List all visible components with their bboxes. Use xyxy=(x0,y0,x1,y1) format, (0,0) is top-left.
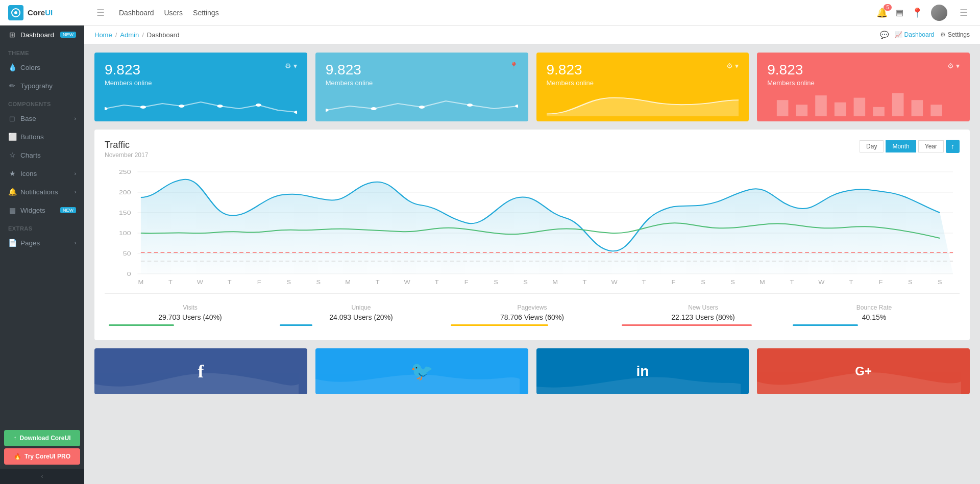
stat-cards-grid: 9.823 Members online ⚙ ▾ xyxy=(94,53,970,121)
svg-text:T: T xyxy=(168,279,173,285)
traffic-year-button[interactable]: Year xyxy=(918,140,944,152)
sidebar-item-base[interactable]: ◻ Base › xyxy=(0,109,84,128)
stat-gear-blue[interactable]: ⚙ ▾ xyxy=(285,62,297,70)
nav-dashboard[interactable]: Dashboard xyxy=(119,9,154,17)
list-icon: ▤ xyxy=(896,8,903,17)
svg-text:T: T xyxy=(228,279,232,285)
social-card-twitter[interactable]: 🐦 xyxy=(315,348,528,394)
sidebar-collapse-button[interactable]: ‹ xyxy=(0,469,84,484)
svg-text:M: M xyxy=(138,279,144,285)
svg-rect-18 xyxy=(873,107,885,116)
social-card-facebook[interactable]: f xyxy=(94,348,307,394)
svg-text:250: 250 xyxy=(119,169,131,175)
sidebar-item-buttons[interactable]: ⬜ Buttons xyxy=(0,128,84,146)
buttons-icon: ⬜ xyxy=(8,133,16,141)
user-avatar[interactable] xyxy=(931,5,947,21)
sidebar-item-notifications[interactable]: 🔔 Notifications › xyxy=(0,183,84,201)
bc-dashboard-link[interactable]: 📈 Dashboard xyxy=(895,31,934,38)
speech-icon[interactable]: 💬 xyxy=(880,31,889,39)
sidebar-toggle[interactable]: ☰ xyxy=(92,7,109,18)
top-navigation: CoreUI ☰ Dashboard Users Settings 🔔 5 ▤ … xyxy=(0,0,980,26)
svg-text:F: F xyxy=(672,279,676,285)
stat-gear-red[interactable]: ⚙ ▾ xyxy=(947,62,960,70)
svg-rect-14 xyxy=(796,105,808,116)
notifications-chevron-icon: › xyxy=(75,189,76,195)
svg-text:150: 150 xyxy=(119,210,131,216)
download-icon: ↑ xyxy=(13,435,16,442)
traffic-day-button[interactable]: Day xyxy=(860,140,884,152)
svg-rect-13 xyxy=(777,100,789,116)
social-card-google[interactable]: G+ xyxy=(757,348,970,394)
svg-point-12 xyxy=(515,105,518,108)
try-pro-button[interactable]: 🔥 Try CoreUI PRO xyxy=(4,448,80,465)
traffic-month-button[interactable]: Month xyxy=(886,140,916,152)
base-icon: ◻ xyxy=(8,114,16,122)
stat-chart-cyan xyxy=(326,91,518,121)
new-users-bar xyxy=(622,324,752,326)
stat-gear-yellow[interactable]: ⚙ ▾ xyxy=(726,62,739,70)
pro-label: Try CoreUI PRO xyxy=(24,453,70,460)
sidebar-item-widgets[interactable]: ▤ Widgets NEW xyxy=(0,201,84,219)
linkedin-icon: in xyxy=(636,363,649,379)
svg-text:S: S xyxy=(701,279,705,285)
svg-text:W: W xyxy=(197,279,203,285)
location-icon: 📍 xyxy=(912,8,923,18)
svg-rect-17 xyxy=(854,98,866,116)
nav-users[interactable]: Users xyxy=(164,9,183,17)
bc-settings-link[interactable]: ⚙ Settings xyxy=(940,31,970,38)
svg-text:S: S xyxy=(523,279,528,285)
stat-card-header-blue: 9.823 Members online ⚙ ▾ xyxy=(105,62,297,87)
svg-text:S: S xyxy=(286,279,291,285)
traffic-title-area: Traffic November 2017 xyxy=(105,140,148,159)
list-icon-button[interactable]: ▤ xyxy=(896,7,903,18)
traffic-upload-button[interactable]: ↑ xyxy=(946,140,960,153)
icons-icon: ★ xyxy=(8,169,16,177)
brand: CoreUI xyxy=(8,5,92,20)
bounce-rate-value: 40.15% xyxy=(793,313,955,321)
svg-text:F: F xyxy=(257,279,261,285)
traffic-chart-svg: 250 200 150 100 50 0 xyxy=(105,167,960,289)
sidebar-item-charts[interactable]: ☆ Charts xyxy=(0,146,84,164)
svg-text:M: M xyxy=(345,279,351,285)
download-coreui-button[interactable]: ↑ Download CoreUI xyxy=(4,430,80,446)
sidebar-item-icons[interactable]: ★ Icons › xyxy=(0,164,84,183)
right-menu-icon[interactable]: ☰ xyxy=(955,7,972,18)
stat-unique: Unique 24.093 Users (20%) xyxy=(276,300,447,330)
notifications-button[interactable]: 🔔 5 xyxy=(876,7,888,18)
svg-point-1 xyxy=(14,11,17,14)
svg-point-10 xyxy=(419,106,424,109)
sidebar-item-pages[interactable]: 📄 Pages › xyxy=(0,234,84,252)
sidebar-section-theme: THEME xyxy=(0,44,84,58)
stat-number-yellow: 9.823 xyxy=(547,62,594,78)
traffic-header: Traffic November 2017 Day Month Year ↑ xyxy=(105,140,960,159)
stat-number-cyan: 9.823 xyxy=(326,62,373,78)
stat-label-red: Members online xyxy=(767,79,815,87)
sidebar-label-colors: Colors xyxy=(20,64,40,71)
top-nav-right: 🔔 5 ▤ 📍 ☰ xyxy=(876,5,972,21)
typography-icon: ✏ xyxy=(8,82,16,90)
social-card-linkedin[interactable]: in xyxy=(536,348,749,394)
breadcrumb-sep-1: / xyxy=(115,31,117,39)
location-icon-button[interactable]: 📍 xyxy=(912,7,923,18)
twitter-icon: 🐦 xyxy=(410,361,433,382)
svg-point-8 xyxy=(326,109,329,112)
sidebar-item-dashboard[interactable]: ⊞ Dashboard NEW xyxy=(0,26,84,44)
breadcrumb-home[interactable]: Home xyxy=(94,31,112,39)
nav-settings[interactable]: Settings xyxy=(193,9,219,17)
chart-stats-row: Visits 29.703 Users (40%) Unique 24.093 … xyxy=(105,293,960,330)
svg-text:S: S xyxy=(494,279,498,285)
stat-label-blue: Members online xyxy=(105,79,152,87)
sidebar-item-typography[interactable]: ✏ Typograhy xyxy=(0,77,84,95)
sidebar-item-colors[interactable]: 💧 Colors xyxy=(0,58,84,77)
sidebar-label-charts: Charts xyxy=(20,151,41,159)
stat-gear-cyan[interactable]: 📍 xyxy=(509,62,518,70)
notifications-badge: 5 xyxy=(884,4,892,11)
svg-text:S: S xyxy=(730,279,735,285)
unique-label: Unique xyxy=(280,304,443,311)
notifications-icon: 🔔 xyxy=(8,188,16,196)
breadcrumb-admin[interactable]: Admin xyxy=(120,31,139,39)
sidebar-label-widgets: Widgets xyxy=(20,207,45,214)
svg-text:S: S xyxy=(316,279,321,285)
sidebar-nav: ⊞ Dashboard NEW THEME 💧 Colors ✏ Typogra… xyxy=(0,26,84,426)
svg-text:T: T xyxy=(642,279,646,285)
